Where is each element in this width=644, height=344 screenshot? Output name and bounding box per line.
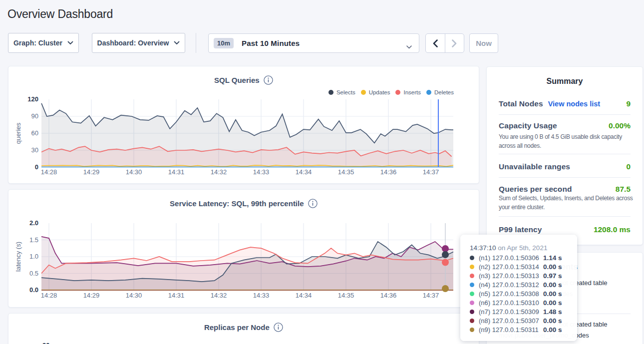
svg-text:1.5: 1.5 [29, 236, 38, 244]
svg-text:30: 30 [31, 146, 38, 154]
svg-text:14:33: 14:33 [253, 168, 270, 176]
svg-text:0.0: 0.0 [29, 286, 38, 294]
svg-text:14:34: 14:34 [296, 168, 312, 176]
svg-text:14:35: 14:35 [338, 292, 354, 299]
svg-text:120: 120 [27, 95, 38, 103]
svg-text:14:30: 14:30 [126, 168, 142, 176]
svg-text:14:29: 14:29 [83, 168, 100, 176]
svg-text:14:36: 14:36 [380, 292, 397, 299]
svg-text:90: 90 [31, 112, 38, 120]
svg-text:14:28: 14:28 [41, 292, 57, 299]
svg-text:60: 60 [31, 129, 38, 137]
svg-text:14:36: 14:36 [380, 168, 397, 176]
svg-text:14:37: 14:37 [423, 168, 439, 176]
svg-text:14:31: 14:31 [168, 292, 185, 299]
svg-text:14:29: 14:29 [83, 292, 100, 299]
svg-text:14:31: 14:31 [168, 168, 185, 176]
svg-text:14:32: 14:32 [211, 168, 227, 176]
svg-text:queries: queries [14, 122, 22, 144]
svg-text:1.0: 1.0 [29, 253, 38, 260]
svg-text:2.0: 2.0 [29, 219, 38, 227]
svg-text:14:32: 14:32 [211, 292, 227, 299]
svg-text:14:33: 14:33 [253, 292, 270, 299]
svg-text:14:35: 14:35 [338, 168, 354, 176]
svg-text:14:28: 14:28 [41, 168, 57, 176]
svg-text:14:37: 14:37 [423, 292, 439, 299]
svg-text:14:30: 14:30 [126, 292, 142, 299]
svg-text:14:34: 14:34 [296, 292, 312, 299]
svg-text:latency (s): latency (s) [14, 242, 22, 272]
svg-text:0: 0 [35, 163, 38, 171]
svg-text:0.5: 0.5 [29, 270, 38, 277]
